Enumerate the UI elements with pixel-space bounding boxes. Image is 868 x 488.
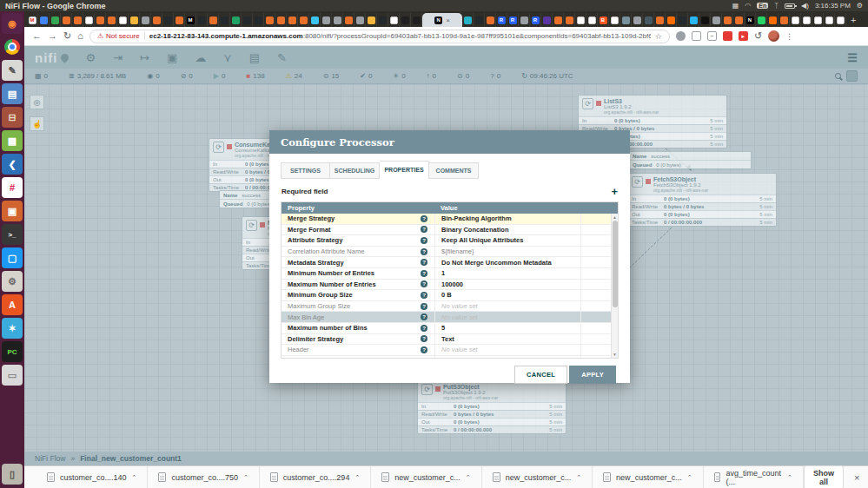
cancel-button[interactable]: CANCEL: [514, 366, 567, 384]
browser-tab[interactable]: [411, 13, 422, 27]
label-icon[interactable]: ✎: [277, 52, 287, 63]
dock-editor-blue-icon[interactable]: ▢: [2, 247, 23, 268]
input-switcher-icon[interactable]: ▦: [732, 2, 739, 10]
help-icon[interactable]: ?: [421, 313, 427, 320]
extension-capture-icon[interactable]: ▸: [739, 31, 748, 41]
browser-tab[interactable]: N: [745, 13, 756, 27]
help-icon[interactable]: ?: [421, 335, 427, 342]
browser-tab[interactable]: [343, 13, 354, 27]
property-value[interactable]: 1: [434, 268, 580, 279]
bookmark-star-icon[interactable]: ☆: [655, 32, 662, 41]
dock-vscode-icon[interactable]: ❮: [2, 154, 23, 175]
dock-terminal-icon[interactable]: >_: [2, 224, 23, 245]
dock-archive-manager-icon[interactable]: ⊟: [2, 107, 23, 128]
browser-tab[interactable]: [95, 13, 106, 27]
input-port-icon[interactable]: ⇥: [113, 52, 123, 63]
tab-properties[interactable]: PROPERTIES: [380, 161, 429, 179]
browser-tab[interactable]: [242, 13, 253, 27]
wifi-icon[interactable]: ◠: [745, 2, 751, 10]
property-value[interactable]: Text: [434, 334, 580, 345]
browser-tab[interactable]: R: [507, 13, 519, 27]
browser-menu-icon[interactable]: ⋮: [785, 32, 793, 41]
browser-tab[interactable]: [230, 13, 242, 27]
browser-tab[interactable]: [722, 13, 733, 27]
extension-adblock-icon[interactable]: [723, 31, 732, 41]
browser-tab[interactable]: [72, 13, 83, 27]
browser-tab[interactable]: B: [598, 13, 609, 27]
browser-tab[interactable]: [196, 13, 208, 27]
browser-tab[interactable]: [275, 13, 287, 27]
dock-chrome-icon[interactable]: [2, 36, 23, 57]
dock-text-editor-icon[interactable]: ✎: [2, 60, 23, 81]
help-icon[interactable]: ?: [421, 292, 427, 299]
chevron-up-icon[interactable]: ⌃: [466, 474, 471, 481]
property-value[interactable]: Keep All Unique Attributes: [434, 235, 580, 246]
browser-tab[interactable]: [586, 13, 598, 27]
browser-tab[interactable]: [162, 13, 174, 27]
download-item[interactable]: customer_co....750⌃: [148, 466, 259, 488]
volume-icon[interactable]: ◀): [801, 2, 809, 10]
help-icon[interactable]: ?: [421, 237, 427, 244]
battery-icon[interactable]: [785, 3, 795, 9]
browser-tab[interactable]: [824, 13, 835, 27]
browser-tab[interactable]: [564, 13, 575, 27]
browser-tab[interactable]: [462, 13, 474, 27]
help-icon[interactable]: ?: [421, 346, 427, 353]
show-all-button[interactable]: Show all: [804, 465, 844, 488]
tab-settings[interactable]: SETTINGS: [281, 162, 330, 179]
dock-pycharm-icon[interactable]: PC: [2, 341, 23, 362]
property-value[interactable]: 100000: [434, 280, 580, 290]
funnel-icon[interactable]: ⋎: [223, 52, 232, 63]
browser-tab[interactable]: R: [496, 13, 507, 27]
browser-tab[interactable]: [129, 13, 140, 27]
dock-tweaks-icon[interactable]: ⚙: [2, 271, 23, 292]
help-icon[interactable]: ?: [421, 248, 427, 255]
help-icon[interactable]: ?: [421, 259, 427, 266]
browser-tab[interactable]: [253, 13, 264, 27]
browser-tab[interactable]: [38, 13, 50, 27]
download-item[interactable]: new_customer_c...⌃: [593, 466, 703, 488]
back-icon[interactable]: ←: [32, 31, 42, 41]
browser-tab[interactable]: [140, 13, 151, 27]
browser-tab[interactable]: [575, 13, 586, 27]
browser-tab[interactable]: [287, 13, 298, 27]
dock-writer-icon[interactable]: ▤: [2, 83, 23, 104]
browser-tab[interactable]: [151, 13, 162, 27]
browser-tab[interactable]: [264, 13, 275, 27]
dock-ubuntu-icon[interactable]: ◉: [2, 13, 23, 34]
browser-tab[interactable]: [632, 13, 643, 27]
browser-tab[interactable]: [643, 13, 654, 27]
processor-fetchs3object[interactable]: ⟳FetchS3ObjectFetchS3Object 1.9.2org.apa…: [627, 173, 777, 227]
download-item[interactable]: customer_co....140⌃: [36, 466, 148, 488]
browser-tab[interactable]: [354, 13, 366, 27]
extension-minus-icon[interactable]: −: [707, 31, 717, 41]
browser-tab[interactable]: [767, 13, 779, 27]
operate-palette-button[interactable]: ☝: [30, 116, 44, 131]
connection-label[interactable]: NamesuccessQueued0 (0 bytes): [628, 151, 752, 169]
help-icon[interactable]: ?: [421, 358, 427, 359]
dock-calc-icon[interactable]: ▦: [2, 130, 23, 151]
browser-tab-active[interactable]: N×: [422, 13, 462, 27]
dock-trash-icon[interactable]: ▯: [2, 464, 23, 485]
property-value[interactable]: 0 B: [434, 290, 580, 300]
download-item[interactable]: new_customer_c...⌃: [371, 466, 481, 488]
browser-tab[interactable]: [666, 13, 677, 27]
download-item[interactable]: new_customer_c...⌃: [482, 466, 593, 488]
browser-tab[interactable]: [388, 13, 400, 27]
dock-impress-icon[interactable]: ▣: [2, 201, 23, 221]
browser-tab[interactable]: [677, 13, 688, 27]
session-gear-icon[interactable]: ⚙: [857, 2, 863, 10]
clock[interactable]: 3:16:35 PM: [815, 2, 851, 10]
browser-tab[interactable]: M: [27, 13, 38, 27]
navigate-palette-button[interactable]: ◎: [30, 95, 44, 109]
scrollbar-thumb[interactable]: [613, 221, 618, 307]
property-value[interactable]: Bin-Packing Algorithm: [434, 214, 580, 224]
chevron-up-icon[interactable]: ⌃: [243, 474, 248, 481]
property-value[interactable]: No value set: [434, 356, 580, 359]
browser-tab[interactable]: [756, 13, 767, 27]
not-secure-warning[interactable]: ⚠ Not secure: [97, 32, 140, 40]
tab-comments[interactable]: COMMENTS: [429, 162, 479, 179]
browser-tab[interactable]: [801, 13, 812, 27]
browser-tab[interactable]: [812, 13, 824, 27]
download-item[interactable]: avg_time_count (...⌃: [704, 466, 804, 488]
